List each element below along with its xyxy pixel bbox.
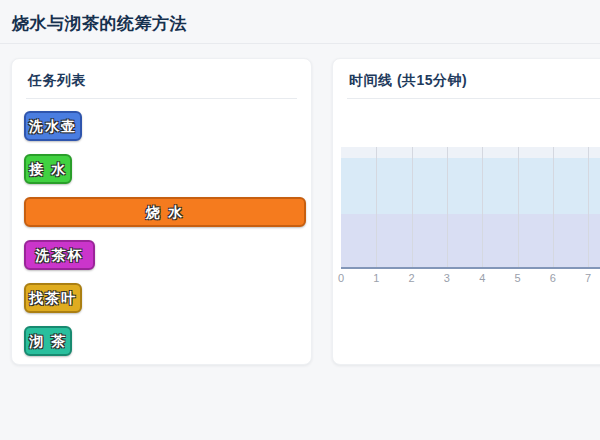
- chart-lane-1[interactable]: [341, 158, 600, 214]
- page-title: 烧水与沏茶的统筹方法: [12, 12, 187, 35]
- x-tick-label: 7: [585, 272, 591, 284]
- timeline-chart: 01234567: [333, 59, 600, 364]
- gridline: [447, 147, 448, 267]
- task-list-panel: 任务列表 洗水壶接 水烧 水洗茶杯找茶叶沏 茶: [11, 58, 312, 365]
- gridline: [482, 147, 483, 267]
- x-tick-label: 0: [338, 272, 344, 284]
- gridline: [412, 147, 413, 267]
- x-axis-line: [341, 267, 600, 269]
- task-row: 接 水: [24, 154, 303, 184]
- x-tick-label: 1: [373, 272, 379, 284]
- gridline: [376, 147, 377, 267]
- x-tick-label: 5: [514, 272, 520, 284]
- task-button-4[interactable]: 洗茶杯: [24, 240, 95, 270]
- x-tick-label: 2: [409, 272, 415, 284]
- task-list: 洗水壶接 水烧 水洗茶杯找茶叶沏 茶: [24, 111, 303, 365]
- x-tick-label: 6: [550, 272, 556, 284]
- task-button-1[interactable]: 洗水壶: [24, 111, 82, 141]
- gridline: [518, 147, 519, 267]
- task-button-5[interactable]: 找茶叶: [24, 283, 82, 313]
- task-button-6[interactable]: 沏 茶: [24, 326, 72, 356]
- task-row: 洗茶杯: [24, 240, 303, 270]
- task-row: 找茶叶: [24, 283, 303, 313]
- chart-lane-2[interactable]: [341, 214, 600, 267]
- task-panel-divider: [26, 98, 297, 99]
- gridline: [588, 147, 589, 267]
- timeline-panel: 时间线 (共15分钟) 01234567: [332, 58, 600, 365]
- x-tick-label: 4: [479, 272, 485, 284]
- task-row: 烧 水: [24, 197, 303, 227]
- gridline: [553, 147, 554, 267]
- task-button-3[interactable]: 烧 水: [24, 197, 306, 227]
- x-tick-label: 3: [444, 272, 450, 284]
- chart-top-strip: [341, 147, 600, 158]
- task-panel-title: 任务列表: [28, 72, 86, 90]
- task-button-2[interactable]: 接 水: [24, 154, 72, 184]
- task-row: 洗水壶: [24, 111, 303, 141]
- task-row: 沏 茶: [24, 326, 303, 356]
- page-header: 烧水与沏茶的统筹方法: [0, 0, 600, 44]
